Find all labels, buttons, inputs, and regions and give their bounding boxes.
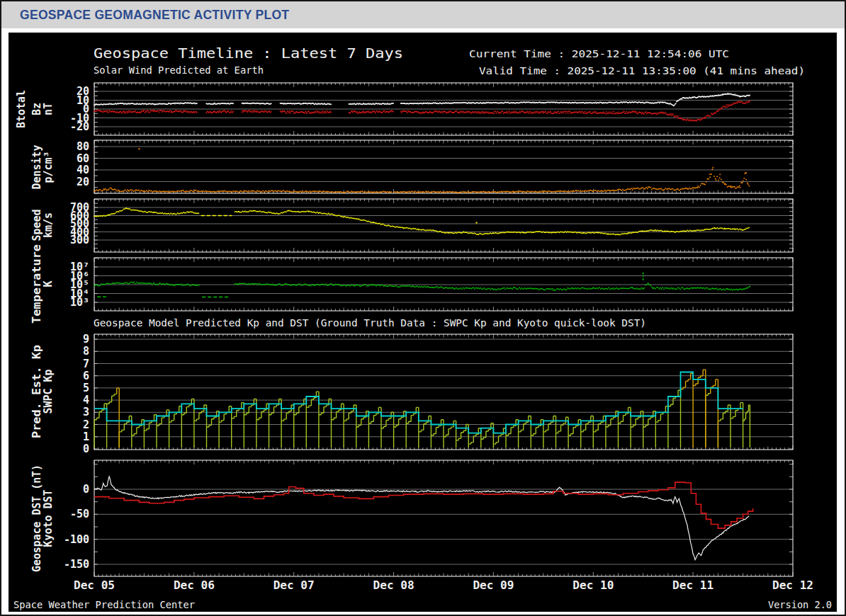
outlier-point [643, 275, 644, 277]
gridlines [94, 207, 793, 240]
y-tick-label: -100 [64, 533, 89, 546]
valid-time-label: Valid Time : 2025-12-11 13:35:00 (41 min… [479, 65, 805, 76]
swpc-kp-axis-label: SWPC Kp [42, 369, 55, 413]
series-temperature [94, 273, 750, 291]
panel-dst-index: 0-50-100-150 [64, 460, 793, 576]
btotal-axis-label: Btotal [15, 90, 28, 128]
outlier-point [643, 273, 644, 274]
y-ticks [94, 141, 793, 193]
y-tick-label: -20 [70, 120, 89, 133]
density-unit-label: p/cm³ [42, 151, 55, 183]
hour-ticks [94, 140, 793, 193]
panel-frame [94, 140, 793, 193]
plot-main-title: Geospace Timeline : Latest 7 Days [94, 45, 403, 62]
panels-group: 20100-10-208060402070060050040030010⁷10⁶… [64, 83, 793, 576]
page-root: GEOSPACE GEOMAGNETIC ACTIVITY PLOT Geosp… [0, 0, 846, 616]
panel-frame [94, 460, 793, 576]
x-axis-day-label: Dec 07 [273, 579, 315, 592]
x-axis-day-label: Dec 12 [772, 579, 813, 592]
y-tick-label: 80 [77, 140, 89, 153]
y-tick-label: 3 [83, 406, 89, 418]
gridlines [94, 147, 793, 182]
geospace-plot-canvas: Geospace Timeline : Latest 7 Days Curren… [9, 33, 837, 612]
y-tick-label: 8 [83, 345, 89, 358]
footer-source: Space Weather Prediction Center [13, 599, 195, 610]
gridlines [94, 91, 793, 127]
y-tick-label: 9 [83, 333, 89, 346]
hour-ticks [94, 258, 793, 311]
speed-unit-label: km/s [42, 212, 55, 238]
pred-kp-line [94, 389, 750, 447]
series-speed [94, 207, 750, 235]
panel-solar-wind-magnetic-field: 20100-10-20 [70, 83, 793, 135]
outlier-point [138, 148, 140, 149]
current-time-label: Current Time : 2025-12-11 12:54:06 UTC [469, 48, 729, 59]
temperature-unit-label: K [42, 280, 55, 287]
y-tick-label: 60 [77, 152, 89, 165]
panel-solar-wind-density: 80604020 [77, 140, 793, 193]
outlier-point [476, 222, 478, 224]
y-tick-label: 10³ [70, 296, 89, 309]
y-tick-label: 7 [83, 358, 89, 370]
gridlines [94, 489, 793, 564]
plot-subtitle: Solar Wind Predicted at Earth [94, 64, 264, 76]
series-btotal [94, 93, 750, 106]
y-tick-label: -50 [70, 508, 89, 520]
y-tick-label: 4 [83, 394, 89, 406]
kyoto-dst-axis-label: Kyoto DST [42, 489, 55, 547]
series-density [94, 148, 750, 193]
y-tick-label: 0 [83, 483, 89, 496]
y-tick-label: -150 [64, 558, 89, 571]
y-tick-label: 20 [77, 176, 89, 188]
y-tick-label: 300 [70, 234, 89, 246]
x-axis-day-label: Dec 09 [473, 579, 514, 592]
x-axis-labels-group: Dec 05Dec 06Dec 07Dec 08Dec 09Dec 10Dec … [74, 579, 813, 592]
y-ticks [94, 258, 793, 303]
x-axis-day-label: Dec 10 [573, 579, 614, 592]
x-axis-day-label: Dec 08 [373, 579, 414, 592]
outlier-point [643, 279, 644, 280]
panel-frame [94, 258, 793, 311]
nt-axis-label: nT [42, 103, 55, 115]
outlier-point [745, 172, 747, 173]
hour-ticks [94, 199, 793, 252]
x-axis-day-label: Dec 11 [672, 579, 714, 592]
panel-solar-wind-speed: 700600500400300 [70, 199, 793, 252]
footer-version: Version 2.0 [768, 599, 832, 610]
plot-box: Geospace Timeline : Latest 7 Days Curren… [9, 33, 837, 612]
panel-frame [94, 199, 793, 252]
y-tick-label: 5 [83, 382, 89, 394]
y-tick-label: 0 [83, 443, 89, 455]
y-tick-label: 1 [83, 430, 89, 443]
page-title: GEOSPACE GEOMAGNETIC ACTIVITY PLOT [20, 8, 289, 23]
series-pred-est-kp [94, 370, 750, 447]
x-axis-day-label: Dec 06 [174, 579, 215, 592]
hour-ticks [94, 460, 793, 576]
header-bar: GEOSPACE GEOMAGNETIC ACTIVITY PLOT [1, 1, 845, 28]
y-tick-label: 2 [83, 418, 89, 431]
kp-dst-section-title: Geospace Model Predicted Kp and DST (Gro… [94, 317, 646, 329]
y-tick-label: 40 [77, 164, 89, 176]
x-axis-day-label: Dec 05 [74, 579, 115, 592]
panel-kp-index: 9876543210 [83, 333, 793, 455]
y-tick-label: 6 [83, 370, 89, 382]
panel-solar-wind-temperature: 10⁷10⁶10⁵10⁴10³ [70, 258, 793, 311]
